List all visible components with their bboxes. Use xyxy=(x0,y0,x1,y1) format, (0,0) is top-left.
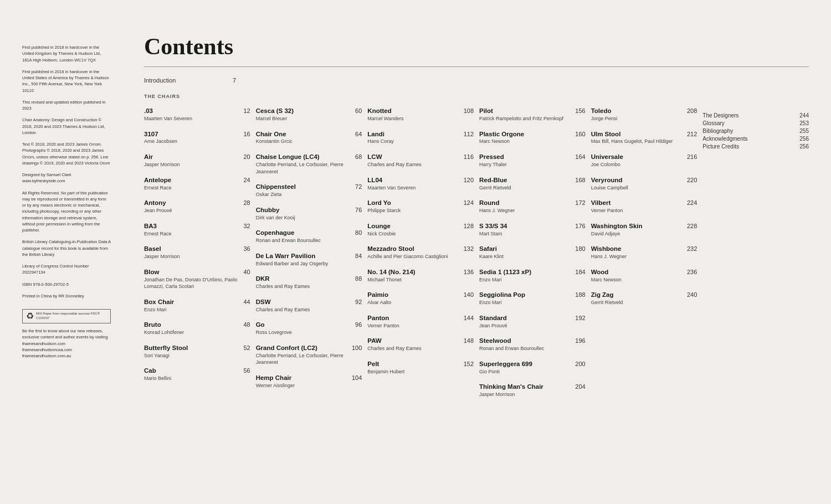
chair-name: Steelwood xyxy=(479,337,511,345)
chair-designer: Sori Yanagi xyxy=(144,352,250,359)
list-item: DKR88Charles and Ray Eames xyxy=(256,275,362,290)
back-matter-label: Picture Credits xyxy=(702,143,739,150)
chair-name: Copenhague xyxy=(256,229,295,237)
chair-name: Knotted xyxy=(367,107,391,115)
list-item: Universale216Joe Colombo xyxy=(591,153,697,168)
list-item: Cesca (S 32)60Marcel Breuer xyxy=(256,107,362,122)
publication-info-7: All Rights Reserved. No part of this pub… xyxy=(22,190,111,234)
chair-page-number: 192 xyxy=(575,315,585,321)
chair-designer: Enzo Mari xyxy=(144,306,250,313)
chair-page-number: 140 xyxy=(464,291,474,298)
list-item: PAW148Charles and Ray Eames xyxy=(367,337,474,352)
chair-name: Panton xyxy=(367,314,389,322)
list-item: Chair One64Konstantin Grcic xyxy=(256,130,362,146)
chair-designer: Charles and Ray Eames xyxy=(367,161,474,168)
chair-name: Chippensteel xyxy=(256,183,296,191)
publication-info-9: Library of Congress Control Number 20229… xyxy=(22,263,111,276)
list-item: Antony28Jean Prouvé xyxy=(144,199,250,214)
chair-page-number: 176 xyxy=(575,223,585,229)
list-item: 310716Arne Jacobsen xyxy=(144,130,250,146)
chair-designer: Oskar Zieta xyxy=(256,191,362,198)
list-item: Panton144Verner Panton xyxy=(367,314,474,330)
chair-page-number: 128 xyxy=(464,223,474,229)
list-item: Plastic Orgone160Marc Newson xyxy=(479,130,586,146)
chair-designer: Arne Jacobsen xyxy=(144,138,250,145)
chair-designer: Gerrit Rietveld xyxy=(591,299,697,306)
chair-name: Toledo xyxy=(591,107,612,115)
chair-page-number: 148 xyxy=(464,337,474,344)
list-item: Safari180Kaare Klint xyxy=(479,245,586,260)
chair-page-number: 228 xyxy=(687,223,697,229)
publication-info-3: This revised and updated edition publish… xyxy=(22,99,111,112)
chair-name: Grand Confort (LC2) xyxy=(256,344,317,352)
fsc-text: MIX Paper from responsible sources FSC® … xyxy=(36,312,107,321)
list-item: DSW92Charles and Ray Eames xyxy=(256,298,362,313)
list-item: Lounge128Nick Crosbie xyxy=(367,222,474,238)
chair-designer: Patrick Rampelotto and Fritz Pernkopf xyxy=(479,115,586,122)
chair-column-2: Cesca (S 32)60Marcel BreuerChair One64Ko… xyxy=(256,107,362,406)
title-divider xyxy=(144,66,809,67)
list-item: Veryround220Louise Campbell xyxy=(591,176,697,192)
chair-designer: Alvar Aalto xyxy=(367,299,474,306)
chair-name: Thinking Man's Chair xyxy=(479,383,543,391)
chair-name: Antony xyxy=(144,199,166,207)
list-item: Grand Confort (LC2)100Charlotte Perriand… xyxy=(256,344,362,366)
chair-page-number: 28 xyxy=(243,199,250,206)
chair-designer: Louise Campbell xyxy=(591,184,697,192)
chair-designer: Nick Crosbie xyxy=(367,230,474,238)
back-matter-item: The Designers244 xyxy=(702,112,809,119)
back-matter-item: Bibliography255 xyxy=(702,128,809,134)
chair-name: DSW xyxy=(256,298,271,306)
chair-name: Plastic Orgone xyxy=(479,130,524,138)
list-item: Chaise Longue (LC4)68Charlotte Perriand,… xyxy=(256,153,362,175)
fsc-certification: ♻ MIX Paper from responsible sources FSC… xyxy=(22,309,111,323)
chair-designer: Mario Bellini xyxy=(144,375,250,382)
list-item: Landi112Hans Coray xyxy=(367,130,474,146)
chair-designer: Jean Prouvé xyxy=(479,322,586,330)
chair-name: Zig Zag xyxy=(591,291,614,299)
list-item: Red-Blue168Gerrit Rietveld xyxy=(479,176,586,192)
list-item: Mezzadro Stool132Achille and Pier Giacom… xyxy=(367,245,474,260)
chair-name: Seggiolina Pop xyxy=(479,291,525,299)
chair-page-number: 152 xyxy=(464,361,474,367)
chair-page-number: 200 xyxy=(575,361,585,367)
chair-name: No. 14 (No. 214) xyxy=(367,268,415,276)
chair-name: Basel xyxy=(144,245,161,253)
chair-page-number: 20 xyxy=(243,153,250,160)
publication-info-11: Printed in China by RR Donnelley xyxy=(22,293,111,299)
chair-designer: Werner Aisslinger xyxy=(256,382,362,389)
publication-info-6: Designed by Samuel Clark www.bytheskysid… xyxy=(22,172,111,184)
list-item: Ulm Stool212Max Bill, Hans Gugelot, Paul… xyxy=(591,130,697,146)
chair-page-number: 188 xyxy=(575,291,585,298)
list-item: Toledo208Jorge Pensi xyxy=(591,107,697,122)
chair-page-number: 36 xyxy=(243,245,250,252)
list-item: Basel36Jasper Morrison xyxy=(144,245,250,260)
chair-name: Standard xyxy=(479,314,507,322)
main-content: Contents Introduction 7 THE CHAIRS .0312… xyxy=(122,0,831,504)
chair-name: Box Chair xyxy=(144,298,174,306)
chair-designer: Mart Stam xyxy=(479,230,586,238)
list-item: Pressed164Harry Thaler xyxy=(479,153,586,168)
chair-name: Wood xyxy=(591,268,609,276)
back-matter-page: 256 xyxy=(799,143,809,150)
chair-designer: Jasper Morrison xyxy=(144,253,250,260)
chair-name: Superleggera 699 xyxy=(479,360,532,368)
chair-page-number: 168 xyxy=(575,177,585,183)
chair-designer: Marc Newson xyxy=(479,138,586,145)
chair-designer: Marc Newson xyxy=(591,276,697,284)
chair-designer: Enzo Mari xyxy=(479,276,586,284)
back-matter-label: The Designers xyxy=(702,112,738,119)
chair-page-number: 88 xyxy=(355,275,362,282)
chair-page-number: 196 xyxy=(575,337,585,344)
list-item: Chubby76Dirk van der Kooij xyxy=(256,206,362,222)
chair-page-number: 136 xyxy=(464,269,474,275)
chair-page-number: 12 xyxy=(243,107,250,114)
chair-page-number: 172 xyxy=(575,199,585,206)
chair-name: Cab xyxy=(144,367,156,375)
publication-info-10: ISBN 978-0-500-29702-5 xyxy=(22,281,111,287)
chair-designer: Jasper Morrison xyxy=(144,161,250,168)
back-matter-label: Glossary xyxy=(702,120,724,126)
chair-name: Sedia 1 (1123 xP) xyxy=(479,268,531,276)
list-item: Blow40Jonathan De Pas, Donato D'Urbino, … xyxy=(144,268,250,290)
list-item: Sedia 1 (1123 xP)184Enzo Mari xyxy=(479,268,586,284)
